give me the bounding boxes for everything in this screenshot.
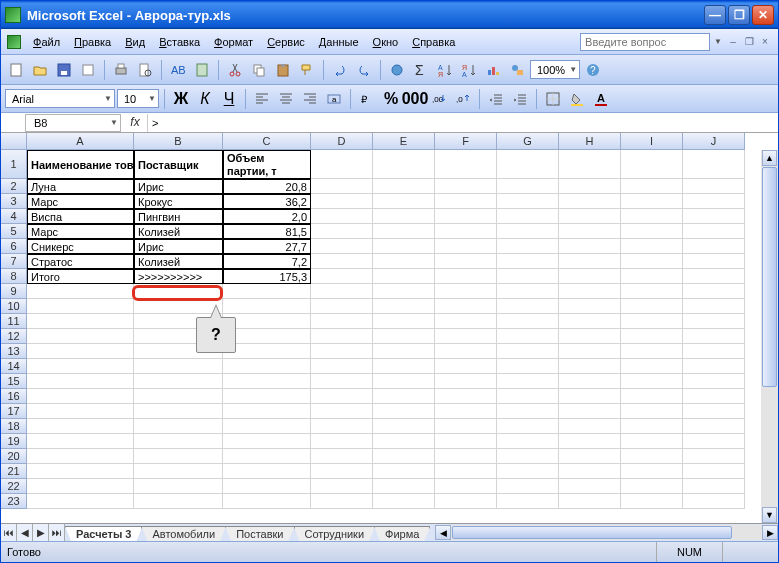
cell[interactable] <box>435 299 497 314</box>
cell[interactable] <box>435 329 497 344</box>
cell[interactable] <box>559 269 621 284</box>
new-doc-icon[interactable] <box>5 59 27 81</box>
data-cell[interactable]: Ирис <box>134 179 223 194</box>
cell[interactable] <box>373 329 435 344</box>
font-name-combo[interactable]: Arial▼ <box>5 89 115 108</box>
chart-wizard-icon[interactable] <box>482 59 504 81</box>
save-icon[interactable] <box>53 59 75 81</box>
cell[interactable] <box>311 389 373 404</box>
cell[interactable] <box>559 494 621 509</box>
cell[interactable] <box>373 209 435 224</box>
cell[interactable] <box>621 254 683 269</box>
cell[interactable] <box>223 434 311 449</box>
cell[interactable] <box>621 269 683 284</box>
cell[interactable] <box>435 194 497 209</box>
cell[interactable] <box>311 419 373 434</box>
data-cell[interactable]: 36,2 <box>223 194 311 209</box>
cell[interactable] <box>373 284 435 299</box>
cell[interactable] <box>497 344 559 359</box>
cell[interactable] <box>373 314 435 329</box>
menu-insert[interactable]: Вставка <box>153 34 206 50</box>
cell[interactable] <box>621 434 683 449</box>
cell[interactable] <box>559 179 621 194</box>
sheet-tab[interactable]: Автомобили <box>141 526 226 541</box>
cell[interactable] <box>27 494 134 509</box>
cell[interactable] <box>223 344 311 359</box>
menu-data[interactable]: Данные <box>313 34 365 50</box>
column-header[interactable]: E <box>373 133 435 150</box>
scroll-right-button[interactable]: ▶ <box>762 525 778 540</box>
help-icon[interactable]: ? <box>582 59 604 81</box>
print-preview-icon[interactable] <box>134 59 156 81</box>
print-icon[interactable] <box>110 59 132 81</box>
cell[interactable] <box>435 419 497 434</box>
zoom-combo[interactable]: 100%▼ <box>530 60 580 79</box>
cell[interactable] <box>621 344 683 359</box>
cell[interactable] <box>27 464 134 479</box>
data-cell[interactable]: Луна <box>27 179 134 194</box>
excel-menu-icon[interactable] <box>7 35 21 49</box>
cell[interactable] <box>683 254 745 269</box>
percent-icon[interactable]: % <box>380 88 402 110</box>
cell[interactable] <box>223 299 311 314</box>
font-size-combo[interactable]: 10▼ <box>117 89 159 108</box>
cell[interactable] <box>373 389 435 404</box>
cell[interactable] <box>435 254 497 269</box>
cell[interactable] <box>27 329 134 344</box>
cell[interactable] <box>311 404 373 419</box>
cell[interactable] <box>373 449 435 464</box>
undo-icon[interactable] <box>329 59 351 81</box>
vertical-scroll-thumb[interactable] <box>762 167 777 387</box>
cell[interactable] <box>223 359 311 374</box>
cell[interactable] <box>223 374 311 389</box>
maximize-button[interactable]: ❐ <box>728 5 750 25</box>
cell[interactable] <box>134 359 223 374</box>
cell[interactable] <box>223 329 311 344</box>
cell[interactable] <box>435 389 497 404</box>
cell[interactable] <box>134 374 223 389</box>
align-right-icon[interactable] <box>299 88 321 110</box>
cell[interactable] <box>373 404 435 419</box>
cell[interactable] <box>621 239 683 254</box>
column-header[interactable]: I <box>621 133 683 150</box>
cell[interactable] <box>223 389 311 404</box>
cell[interactable] <box>621 329 683 344</box>
cell[interactable] <box>621 224 683 239</box>
autosum-icon[interactable]: Σ <box>410 59 432 81</box>
cell[interactable] <box>311 329 373 344</box>
cell[interactable] <box>621 179 683 194</box>
cell[interactable] <box>621 464 683 479</box>
cell[interactable] <box>435 449 497 464</box>
cell[interactable] <box>134 284 223 299</box>
cell[interactable] <box>621 449 683 464</box>
row-header[interactable]: 10 <box>1 299 27 314</box>
cell[interactable] <box>435 314 497 329</box>
cell[interactable] <box>223 479 311 494</box>
data-cell[interactable]: Крокус <box>134 194 223 209</box>
cell[interactable] <box>559 464 621 479</box>
data-cell[interactable]: Итого <box>27 269 134 284</box>
menu-view[interactable]: Вид <box>119 34 151 50</box>
cell[interactable] <box>435 209 497 224</box>
column-header[interactable]: F <box>435 133 497 150</box>
menu-window[interactable]: Окно <box>367 34 405 50</box>
underline-button[interactable]: Ч <box>218 88 240 110</box>
data-cell[interactable]: 27,7 <box>223 239 311 254</box>
menu-tools[interactable]: Сервис <box>261 34 311 50</box>
comma-style-icon[interactable]: 000 <box>404 88 426 110</box>
cell[interactable] <box>683 494 745 509</box>
cell[interactable] <box>311 314 373 329</box>
cell[interactable] <box>497 239 559 254</box>
open-icon[interactable] <box>29 59 51 81</box>
cell[interactable] <box>223 419 311 434</box>
cell[interactable] <box>621 150 683 179</box>
cell[interactable] <box>683 314 745 329</box>
cell[interactable] <box>134 434 223 449</box>
cell[interactable] <box>311 254 373 269</box>
menu-file[interactable]: Файл <box>27 34 66 50</box>
data-cell[interactable]: >>>>>>>>>> <box>134 269 223 284</box>
row-header[interactable]: 9 <box>1 284 27 299</box>
cell[interactable] <box>223 449 311 464</box>
row-header[interactable]: 2 <box>1 179 27 194</box>
cell[interactable] <box>559 359 621 374</box>
